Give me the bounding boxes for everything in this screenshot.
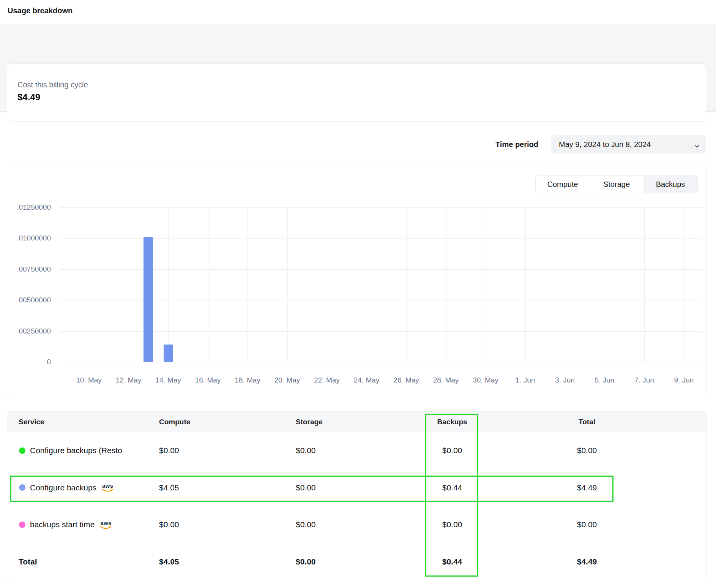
- gridline-horizontal: [60, 362, 702, 362]
- x-axis-tick-label: 22. May: [314, 376, 340, 384]
- column-header-service: Service: [7, 418, 159, 426]
- y-axis-tick-label: .00250000: [17, 327, 51, 335]
- storage-value: $0.00: [296, 483, 426, 492]
- service-name: backups start time: [30, 520, 95, 529]
- gridline-vertical: [486, 207, 486, 362]
- tab-storage[interactable]: Storage: [590, 176, 643, 193]
- storage-value: $0.00: [296, 520, 426, 529]
- service-color-dot: [19, 484, 25, 491]
- service-cell: backups start timeaws: [7, 520, 159, 530]
- backups-value: $0.44: [426, 483, 479, 492]
- total-total-value: $4.49: [560, 557, 613, 566]
- y-axis-tick-label: .01000000: [17, 234, 51, 242]
- time-period-row: Time period May 9, 2024 to Jun 8, 2024: [495, 135, 706, 153]
- x-axis-tick-label: 26. May: [393, 376, 419, 384]
- gridline-vertical: [565, 207, 565, 362]
- table-header-row: ServiceComputeStorageBackupsTotal: [7, 412, 707, 432]
- backups-value: $0.00: [426, 520, 479, 529]
- time-period-value: May 9, 2024 to Jun 8, 2024: [559, 140, 694, 149]
- y-axis-tick-label: .00750000: [17, 265, 51, 273]
- gridline-vertical: [525, 207, 526, 362]
- gridline-horizontal: [60, 207, 702, 208]
- service-color-dot: [19, 522, 25, 528]
- x-axis-tick-label: 12. May: [116, 376, 142, 384]
- aws-logo-icon: aws: [100, 520, 112, 530]
- column-header-total: Total: [560, 418, 613, 426]
- table-total-row: Total$4.05$0.00$0.44$4.49: [7, 543, 707, 581]
- gridline-vertical: [605, 207, 605, 362]
- x-axis-tick-label: 20. May: [274, 376, 300, 384]
- gridline-horizontal: [60, 331, 702, 332]
- gridline-vertical: [446, 207, 446, 362]
- x-axis-tick-label: 24. May: [354, 376, 380, 384]
- gridline-vertical: [367, 207, 367, 362]
- summary-band: Cost this billing cycle $4.49: [0, 24, 716, 112]
- usage-bar-13-May[interactable]: [144, 237, 153, 362]
- total-label: Total: [7, 557, 159, 566]
- gridline-vertical: [129, 207, 129, 362]
- total-backups-value: $0.44: [426, 557, 479, 566]
- x-axis-tick-label: 7. Jun: [634, 376, 654, 384]
- service-color-dot: [19, 447, 25, 454]
- service-name: Configure backups: [30, 483, 96, 492]
- gridline-horizontal: [60, 238, 702, 239]
- cost-card: Cost this billing cycle $4.49: [7, 63, 706, 122]
- gridline-vertical: [406, 207, 407, 362]
- gridline-vertical: [168, 207, 169, 362]
- x-axis-tick-label: 30. May: [473, 376, 498, 384]
- table-row: backups start timeaws$0.00$0.00$0.00$0.0…: [7, 506, 707, 543]
- backups-value: $0.00: [426, 446, 479, 455]
- aws-logo-icon: aws: [102, 483, 114, 492]
- y-axis-tick-label: .00500000: [17, 296, 51, 304]
- x-axis-tick-label: 10. May: [76, 376, 102, 384]
- usage-table: ServiceComputeStorageBackupsTotalConfigu…: [7, 411, 707, 581]
- service-name: Configure backups (Resto: [30, 446, 122, 455]
- x-axis-tick-label: 28. May: [433, 376, 459, 384]
- y-axis-tick-label: .01250000: [17, 203, 51, 212]
- page-title: Usage breakdown: [8, 6, 73, 15]
- table-row: Configure backupsaws$4.05$0.00$0.44$4.49: [7, 469, 707, 506]
- gridline-vertical: [327, 207, 327, 362]
- table-row: Configure backups (Resto$0.00$0.00$0.00$…: [7, 432, 707, 469]
- column-header-backups: Backups: [426, 418, 479, 426]
- usage-bar-14-May[interactable]: [164, 345, 173, 362]
- cost-card-value: $4.49: [17, 92, 706, 103]
- time-period-select[interactable]: May 9, 2024 to Jun 8, 2024: [551, 135, 706, 153]
- x-axis-tick-label: 5. Jun: [595, 376, 615, 384]
- x-axis-tick-label: 18. May: [235, 376, 260, 384]
- total-value: $4.49: [560, 483, 613, 492]
- compute-value: $4.05: [159, 483, 296, 492]
- compute-value: $0.00: [159, 520, 296, 529]
- column-header-compute: Compute: [159, 418, 296, 426]
- gridline-vertical: [248, 207, 248, 362]
- x-axis-tick-label: 14. May: [155, 376, 181, 384]
- service-cell: Configure backups (Resto: [7, 446, 159, 455]
- time-period-label: Time period: [495, 140, 538, 149]
- total-value: $0.00: [560, 520, 613, 529]
- compute-value: $0.00: [159, 446, 296, 455]
- total-storage-value: $0.00: [296, 557, 426, 566]
- column-header-storage: Storage: [296, 418, 426, 426]
- total-compute-value: $4.05: [159, 557, 296, 566]
- tab-backups[interactable]: Backups: [643, 176, 697, 193]
- aws-logo-text: aws: [102, 483, 113, 488]
- gridline-vertical: [89, 207, 89, 362]
- up-down-chevron-icon: [694, 140, 700, 149]
- gridline-vertical: [684, 207, 684, 362]
- x-axis-tick-label: 9. Jun: [674, 376, 694, 384]
- gridline-vertical: [287, 207, 288, 362]
- usage-chart-panel: ComputeStorageBackups 10. May12. May14. …: [7, 166, 707, 396]
- total-value: $0.00: [560, 446, 613, 455]
- x-axis-tick-label: 3. Jun: [555, 376, 575, 384]
- cost-card-label: Cost this billing cycle: [17, 81, 706, 89]
- storage-value: $0.00: [296, 446, 426, 455]
- gridline-horizontal: [60, 300, 702, 300]
- chart-category-tabs: ComputeStorageBackups: [535, 175, 698, 193]
- gridline-vertical: [644, 207, 645, 362]
- bar-chart-plot-area: 10. May12. May14. May16. May18. May20. M…: [60, 207, 702, 362]
- gridline-horizontal: [60, 269, 702, 270]
- gridline-vertical: [208, 207, 208, 362]
- tab-compute[interactable]: Compute: [536, 176, 590, 193]
- y-axis-tick-label: 0: [47, 358, 51, 366]
- x-axis-tick-label: 1. Jun: [516, 376, 535, 384]
